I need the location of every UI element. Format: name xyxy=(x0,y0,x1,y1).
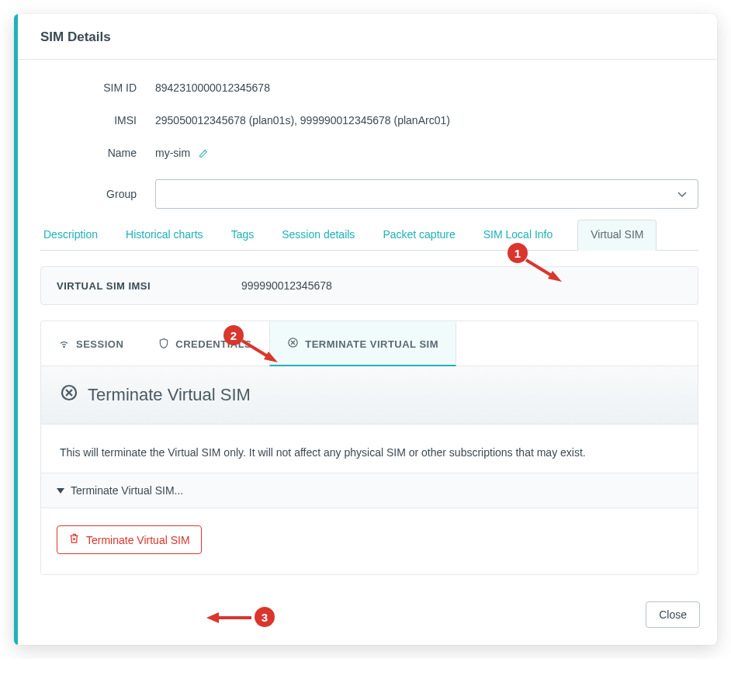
tab-tags[interactable]: Tags xyxy=(228,220,258,250)
subtab-terminate-label: TERMINATE VIRTUAL SIM xyxy=(305,338,438,350)
field-sim-id: SIM ID 8942310000012345678 xyxy=(40,81,698,94)
terminate-description: This will terminate the Virtual SIM only… xyxy=(41,425,698,473)
virtual-sim-imsi-value: 999990012345678 xyxy=(241,279,332,292)
main-tabs: Description Historical charts Tags Sessi… xyxy=(40,220,698,251)
svg-marker-8 xyxy=(206,612,219,623)
close-button[interactable]: Close xyxy=(646,601,700,628)
chevron-down-icon xyxy=(677,188,687,200)
tab-packet-capture[interactable]: Packet capture xyxy=(379,220,458,250)
annotation-1-badge: 1 xyxy=(508,243,528,263)
annotation-3-arrow xyxy=(206,611,253,625)
tab-description[interactable]: Description xyxy=(40,220,101,250)
annotation-2-badge: 2 xyxy=(223,325,244,345)
group-select[interactable] xyxy=(155,179,698,209)
shield-icon xyxy=(158,338,169,352)
terminate-expander[interactable]: Terminate Virtual SIM... xyxy=(41,473,698,508)
tab-historical-charts[interactable]: Historical charts xyxy=(123,220,206,250)
virtual-sim-subcard: SESSION CREDENTIALS TERMINATE VIRTUAL SI… xyxy=(40,321,698,575)
modal-footer: Close xyxy=(14,591,717,645)
annotation-3-badge: 3 xyxy=(255,607,275,627)
modal-title: SIM Details xyxy=(14,14,717,60)
virtual-sim-imsi-panel: VIRTUAL SIM IMSI 999990012345678 xyxy=(40,266,698,305)
annotation-2-arrow xyxy=(241,339,279,366)
imsi-value: 295050012345678 (plan01s), 9999900123456… xyxy=(155,114,698,126)
trash-icon xyxy=(68,532,80,547)
sim-id-label: SIM ID xyxy=(40,81,155,94)
terminate-heading-row: Terminate Virtual SIM xyxy=(41,366,698,425)
virtual-sim-imsi-label: VIRTUAL SIM IMSI xyxy=(57,280,241,292)
terminate-expander-label: Terminate Virtual SIM... xyxy=(71,484,183,497)
subtab-terminate[interactable]: TERMINATE VIRTUAL SIM xyxy=(269,321,456,366)
circle-x-icon xyxy=(287,337,299,351)
terminate-virtual-sim-button[interactable]: Terminate Virtual SIM xyxy=(57,525,202,554)
edit-icon[interactable] xyxy=(198,149,208,159)
sim-details-modal: SIM Details SIM ID 8942310000012345678 I… xyxy=(14,14,717,645)
annotation-1-arrow xyxy=(525,258,563,285)
imsi-label: IMSI xyxy=(40,114,155,126)
sub-tabs: SESSION CREDENTIALS TERMINATE VIRTUAL SI… xyxy=(41,321,698,366)
svg-line-3 xyxy=(526,260,554,277)
terminate-button-label: Terminate Virtual SIM xyxy=(86,534,190,546)
caret-down-icon xyxy=(57,484,64,497)
tab-session-details[interactable]: Session details xyxy=(279,220,358,250)
group-label: Group xyxy=(40,188,155,200)
name-label: Name xyxy=(40,147,155,159)
sim-id-value: 8942310000012345678 xyxy=(155,81,698,94)
terminate-action-row: Terminate Virtual SIM xyxy=(41,508,698,574)
subtab-session-label: SESSION xyxy=(76,338,123,350)
svg-point-0 xyxy=(64,346,64,347)
tab-virtual-sim[interactable]: Virtual SIM xyxy=(577,220,657,251)
wifi-icon xyxy=(58,338,70,352)
field-name: Name my-sim xyxy=(40,147,698,159)
modal-body: SIM ID 8942310000012345678 IMSI 29505001… xyxy=(14,60,717,591)
svg-line-5 xyxy=(242,341,270,358)
circle-x-icon xyxy=(60,383,78,407)
field-group: Group xyxy=(40,179,698,209)
svg-marker-4 xyxy=(548,271,562,282)
field-imsi: IMSI 295050012345678 (plan01s), 99999001… xyxy=(40,114,698,126)
terminate-heading: Terminate Virtual SIM xyxy=(88,385,251,405)
name-value: my-sim xyxy=(155,147,190,159)
svg-marker-6 xyxy=(264,352,278,362)
subtab-session[interactable]: SESSION xyxy=(41,321,141,366)
